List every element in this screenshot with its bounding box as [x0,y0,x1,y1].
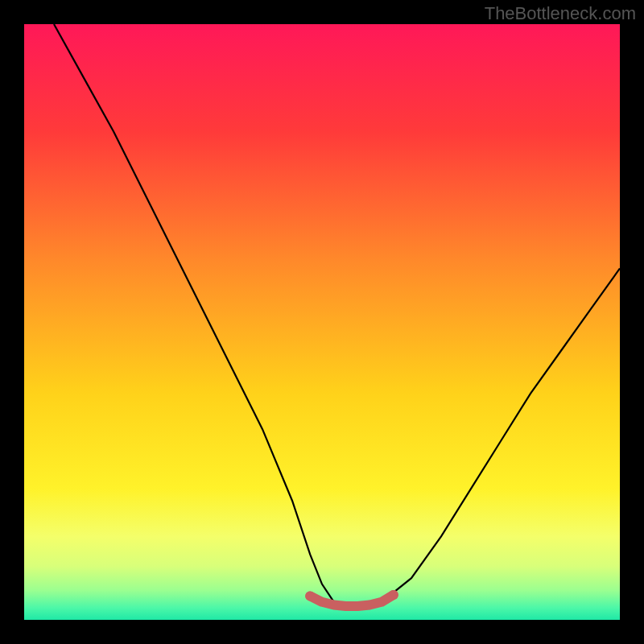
chart-panel: TheBottleneck.com [0,0,644,644]
watermark-label: TheBottleneck.com [485,3,636,24]
bottom-highlight [310,595,394,606]
plot-area [24,24,620,620]
bottleneck-curve [54,24,620,608]
highlight-start-dot [305,591,315,601]
highlight-end-dot [389,590,398,600]
curve-layer [24,24,620,620]
